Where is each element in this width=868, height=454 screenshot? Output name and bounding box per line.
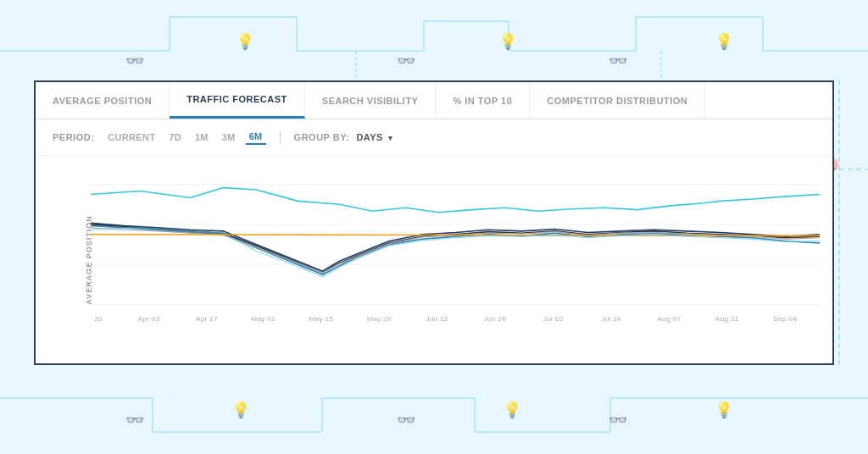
period-3m[interactable]: 3M	[219, 130, 239, 144]
svg-text:💡: 💡	[503, 401, 522, 419]
svg-text:💡: 💡	[498, 32, 518, 51]
tab-average-position[interactable]: AVERAGE POSITION	[36, 82, 170, 119]
svg-text:Aug 21: Aug 21	[715, 316, 739, 323]
tab-top10[interactable]: % IN TOP 10	[436, 82, 530, 119]
svg-text:May 29: May 29	[367, 316, 392, 323]
main-card: AVERAGE POSITION TRAFFIC FORECAST SEARCH…	[34, 80, 834, 365]
svg-text:Jun 26: Jun 26	[484, 316, 507, 323]
svg-text:Aug 07: Aug 07	[657, 316, 681, 323]
svg-text:May 15: May 15	[309, 316, 333, 323]
svg-text:Jun 12: Jun 12	[426, 316, 448, 323]
svg-text:Jul 24: Jul 24	[601, 316, 621, 323]
svg-text:💡: 💡	[231, 401, 251, 419]
period-1m[interactable]: 1M	[192, 130, 212, 144]
period-current[interactable]: CURRENT	[104, 130, 159, 144]
dropdown-arrow-icon: ▾	[388, 134, 393, 142]
svg-text:💡: 💡	[715, 32, 734, 51]
svg-text:💡: 💡	[715, 401, 734, 419]
svg-text:👓: 👓	[609, 411, 628, 429]
svg-text:Jul 10: Jul 10	[543, 316, 564, 323]
chart-area: AVERAGE POSITION 150 200 250	[36, 156, 832, 363]
period-7d[interactable]: 7D	[165, 130, 185, 144]
tab-search-visibility[interactable]: SEARCH VISIBILITY	[305, 82, 437, 119]
group-by-value[interactable]: DAYS ▾	[356, 132, 392, 142]
svg-text:May 01: May 01	[251, 316, 275, 323]
group-by-label: GROUP BY:	[294, 132, 350, 142]
svg-text:Mar 20: Mar 20	[91, 316, 103, 323]
tab-competitor-distribution[interactable]: COMPETITOR DISTRIBUTION	[530, 82, 705, 119]
svg-text:👓: 👓	[397, 411, 416, 429]
svg-text:Sep 04: Sep 04	[773, 316, 797, 323]
svg-text:Apr 03: Apr 03	[137, 316, 160, 323]
svg-text:👓: 👓	[125, 411, 145, 429]
tab-traffic-forecast[interactable]: TRAFFIC FORECAST	[170, 82, 305, 119]
period-bar: PERIOD: CURRENT 7D 1M 3M 6M GROUP BY: DA…	[36, 119, 832, 156]
period-label: PERIOD:	[53, 132, 94, 142]
svg-text:👓: 👓	[397, 52, 416, 70]
svg-text:👓: 👓	[125, 52, 145, 70]
svg-text:💡: 💡	[236, 32, 255, 51]
svg-text:👓: 👓	[609, 52, 628, 70]
tab-bar: AVERAGE POSITION TRAFFIC FORECAST SEARCH…	[36, 82, 832, 119]
chart-svg: 150 200 250 Mar 20 Apr 03 Apr 17 May 01 …	[91, 164, 820, 338]
period-divider	[280, 131, 281, 143]
y-axis-label: AVERAGE POSITION	[85, 215, 93, 304]
period-6m[interactable]: 6M	[246, 130, 266, 145]
svg-text:Apr 17: Apr 17	[196, 316, 219, 323]
